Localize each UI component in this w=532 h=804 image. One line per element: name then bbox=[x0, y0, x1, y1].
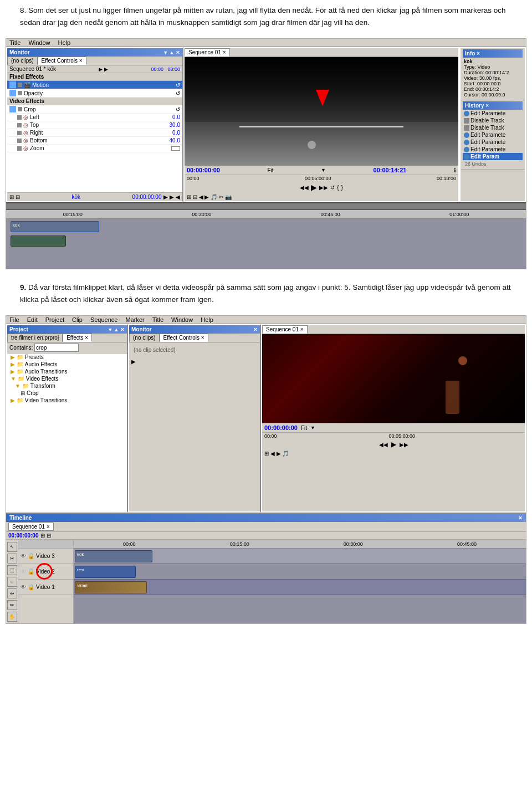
tool-slip[interactable]: ↔ bbox=[7, 577, 17, 587]
clip-v1-vimel[interactable]: vimel bbox=[75, 581, 147, 593]
history-icon-4 bbox=[464, 132, 469, 138]
timeline-clip-2[interactable] bbox=[11, 235, 66, 247]
step-fwd-btn[interactable]: ▶▶ bbox=[319, 185, 328, 191]
loop-btn[interactable]: ↺ bbox=[330, 185, 335, 191]
zoom-checkbox[interactable] bbox=[171, 146, 180, 151]
menu2-title[interactable]: Title bbox=[152, 316, 163, 323]
zoom-expand-icon[interactable] bbox=[17, 146, 22, 151]
ruler-marks-1: 00:15:00 00:30:00 00:45:00 01:00:00 bbox=[8, 212, 524, 217]
seq-step-fwd[interactable]: ▶▶ bbox=[400, 442, 408, 448]
tab-ec2-effectcontrols[interactable]: Effect Controls × bbox=[160, 334, 208, 342]
tab-noclips[interactable]: (no clips) bbox=[7, 57, 38, 65]
tool-select[interactable]: ⬚ bbox=[7, 565, 17, 575]
seq-bottom-bar: ⊞ ◀ ▶ 🎵 bbox=[262, 449, 525, 458]
motion-toggle-icon[interactable] bbox=[9, 81, 16, 88]
crop-toggle-icon[interactable] bbox=[9, 106, 16, 112]
motion-reset-icon[interactable]: ↺ bbox=[176, 82, 180, 88]
play-btn[interactable]: ▶ bbox=[311, 183, 317, 192]
tool-zoom[interactable]: 🔍 bbox=[7, 623, 17, 624]
menu2-sequence[interactable]: Sequence bbox=[90, 316, 118, 323]
tree-crop[interactable]: ⊞ Crop bbox=[7, 390, 127, 397]
tab-project-file[interactable]: tre filmer i en.prproj bbox=[7, 334, 63, 342]
menu-help[interactable]: Help bbox=[58, 39, 71, 46]
right-expand-icon[interactable] bbox=[17, 131, 22, 135]
menu2-edit[interactable]: Edit bbox=[27, 316, 38, 323]
motion-row[interactable]: 🎬 Motion ↺ bbox=[7, 81, 182, 89]
lock-icon-v1[interactable]: 🔒 bbox=[28, 584, 34, 590]
bottom-toolbar-ec: ⊞ ⊟ kök 00:00:00:00 ▶ ▶ ◀ bbox=[7, 192, 182, 201]
menu-window[interactable]: Window bbox=[28, 39, 50, 46]
track-label-v3: 👁 🔓 Video 3 bbox=[18, 549, 73, 564]
crop-expand-icon[interactable] bbox=[18, 107, 22, 111]
tree-video-transitions[interactable]: ▶ 📁 Video Transitions bbox=[7, 397, 127, 404]
history-item-2[interactable]: Disable Track bbox=[463, 117, 523, 124]
bottom-expand-icon[interactable] bbox=[17, 139, 22, 143]
tab-effects[interactable]: Effects × bbox=[63, 334, 92, 342]
tool-slide[interactable]: ⇔ bbox=[7, 588, 17, 598]
menu2-project[interactable]: Project bbox=[45, 316, 64, 323]
history-item-5[interactable]: Edit Paramete bbox=[463, 139, 523, 146]
menu2-help[interactable]: Help bbox=[201, 316, 213, 323]
tab-sequence01[interactable]: Sequence 01 × bbox=[185, 48, 230, 57]
menu2-clip[interactable]: Clip bbox=[72, 316, 83, 323]
left-expand-icon[interactable] bbox=[17, 115, 22, 120]
monitor-controls: 00:00:00:00 Fit ▼ 00:00:14:21 ℹ bbox=[185, 165, 458, 175]
history-item-1[interactable]: Edit Paramete bbox=[463, 110, 523, 117]
eye-icon-v2[interactable]: 👁 bbox=[21, 569, 26, 575]
history-icon-1 bbox=[464, 111, 469, 116]
history-item-7[interactable]: Edit Param bbox=[463, 153, 523, 160]
tool-hand[interactable]: ✋ bbox=[7, 612, 17, 622]
eye-icon-v1[interactable]: 👁 bbox=[21, 584, 26, 590]
zoom-row: ◎ Zoom bbox=[7, 145, 182, 152]
lock-icon-v2[interactable]: 🔓 bbox=[28, 569, 34, 575]
seq-step-back[interactable]: ◀◀ bbox=[379, 442, 388, 448]
tree-presets[interactable]: ▶ 📁 Presets bbox=[7, 354, 127, 361]
clip-v3-kök[interactable]: kök bbox=[75, 550, 152, 562]
top-row: ◎ Top 30.0 bbox=[7, 121, 182, 129]
crop-reset-icon[interactable]: ↺ bbox=[176, 106, 180, 112]
opacity-row[interactable]: Opacity ↺ bbox=[7, 89, 182, 98]
tl2-seq-tab[interactable]: Sequence 01 × bbox=[8, 523, 54, 531]
seq-play[interactable]: ▶ bbox=[391, 441, 396, 448]
menu-title[interactable]: Title bbox=[9, 39, 21, 46]
out-point-btn[interactable]: } bbox=[341, 185, 343, 191]
tree-audio-effects[interactable]: ▶ 📁 Audio Effects bbox=[7, 361, 127, 368]
top-expand-icon[interactable] bbox=[17, 123, 22, 127]
timecode-monitor: 00:00:00:00 bbox=[187, 167, 220, 173]
opacity-expand-icon[interactable] bbox=[18, 91, 22, 95]
tool-arrow[interactable]: ↖ bbox=[7, 542, 17, 552]
opacity-toggle-icon[interactable] bbox=[9, 90, 16, 96]
menu2-marker[interactable]: Marker bbox=[125, 316, 144, 323]
tree-audio-transitions[interactable]: ▶ 📁 Audio Transitions bbox=[7, 368, 127, 375]
history-item-3[interactable]: Disable Track bbox=[463, 124, 523, 131]
search-input[interactable] bbox=[34, 344, 79, 352]
lock-icon-v3[interactable]: 🔓 bbox=[28, 553, 34, 559]
opacity-reset-icon[interactable]: ↺ bbox=[176, 90, 180, 96]
history-item-4[interactable]: Edit Paramete bbox=[463, 131, 523, 139]
step-back-btn[interactable]: ◀◀ bbox=[300, 185, 309, 191]
info-history-panel: Info × kök Type: Video Duration: 00:00:1… bbox=[459, 47, 526, 202]
motion-expand-icon[interactable] bbox=[18, 83, 22, 87]
clip-v2-rest[interactable]: rest bbox=[75, 566, 136, 578]
in-point-btn[interactable]: { bbox=[337, 185, 339, 191]
tool-pen[interactable]: ✏ bbox=[7, 600, 17, 610]
history-item-6[interactable]: Edit Paramete bbox=[463, 146, 523, 153]
seq-bg bbox=[262, 334, 525, 423]
seq-fit-label[interactable]: Fit bbox=[301, 425, 307, 431]
tab-seq01[interactable]: Sequence 01 × bbox=[262, 325, 308, 334]
tab-effectcontrols[interactable]: Effect Controls × bbox=[38, 57, 86, 65]
red-arrow-indicator bbox=[316, 90, 329, 106]
tool-razor[interactable]: ✂ bbox=[7, 554, 17, 564]
eye-icon-v3[interactable]: 👁 bbox=[21, 553, 26, 559]
menu2-file[interactable]: File bbox=[9, 316, 19, 323]
crop-row[interactable]: Crop ↺ bbox=[7, 105, 182, 114]
tree-transform[interactable]: ▼ 📁 Transform bbox=[7, 382, 127, 390]
menu2-window[interactable]: Window bbox=[171, 316, 193, 323]
timeline-1: 00:15:00 00:30:00 00:45:00 01:00:00 kök bbox=[6, 202, 526, 269]
tab-ec2-noclips[interactable]: (no clips) bbox=[129, 334, 160, 342]
info-section: Info × kök Type: Video Duration: 00:00:1… bbox=[461, 48, 525, 100]
timeline-clip-1[interactable]: kök bbox=[11, 221, 99, 232]
tree-video-effects[interactable]: ▼ 📁 Video Effects bbox=[7, 375, 127, 382]
fit-label[interactable]: Fit bbox=[267, 167, 273, 173]
seq-person bbox=[446, 381, 459, 414]
